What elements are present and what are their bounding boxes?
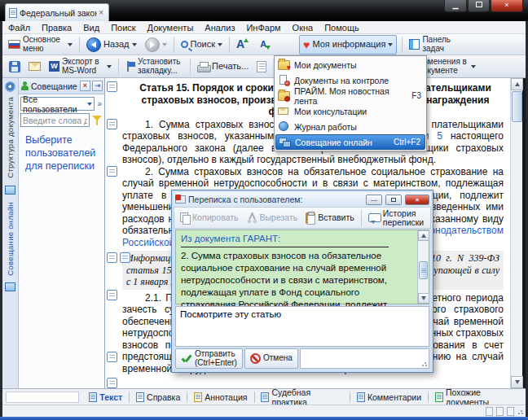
paragraph-marker-icon[interactable] xyxy=(107,290,117,300)
status-page-icon[interactable] xyxy=(507,407,514,416)
scroll-up-button[interactable] xyxy=(511,78,523,90)
history-button[interactable]: История переписки xyxy=(364,208,429,227)
tab-text[interactable]: Текст xyxy=(84,390,127,405)
menu-help[interactable]: Помощь xyxy=(319,23,365,33)
menu-edit[interactable]: Правка xyxy=(36,23,77,33)
menu-item-shortcut: F3 xyxy=(411,91,421,100)
save-button[interactable] xyxy=(5,57,24,77)
scissors-icon xyxy=(247,212,257,223)
resize-grip[interactable] xyxy=(517,409,524,415)
main-menu-button[interactable]: Основное меню xyxy=(4,35,77,55)
menu-item-label: Журнал работы xyxy=(294,122,357,132)
resize-grip[interactable] xyxy=(421,361,428,367)
tab-reference[interactable]: Справка xyxy=(131,390,185,405)
search-button[interactable]: Поиск xyxy=(177,35,227,55)
bookmark-flag-icon xyxy=(125,61,135,72)
paragraph-marker-icon[interactable] xyxy=(107,81,117,92)
menu-item-prime-news[interactable]: ПРАЙМ. Моя новостная лента F3 xyxy=(275,88,425,103)
quote-scrollbar[interactable] xyxy=(417,230,429,304)
sidebar-tab-structure[interactable]: Структура документа xyxy=(6,97,15,178)
document-tab[interactable]: Федеральный закон от... × xyxy=(5,3,109,21)
message-input-extension[interactable] xyxy=(300,348,429,369)
meeting-monitor-icon xyxy=(5,282,15,291)
dialog-maximize-button[interactable] xyxy=(385,195,402,205)
task-panel-label: Панель задач xyxy=(422,36,455,53)
dialog-close-button[interactable]: × xyxy=(405,195,429,205)
scroll-down-button[interactable] xyxy=(418,293,429,304)
sidebar-tab-meeting[interactable]: Совещание онлайн xyxy=(6,202,15,276)
paste-button[interactable]: Вставить xyxy=(301,212,359,225)
menu-view[interactable]: Вид xyxy=(77,23,105,33)
back-button[interactable]: Назад xyxy=(82,35,141,55)
cancel-button[interactable]: Отмена xyxy=(244,348,298,369)
panel-close-button[interactable]: × xyxy=(80,81,90,91)
statusbar xyxy=(2,405,526,417)
menu-item-work-journal[interactable]: Журнал работы xyxy=(275,119,425,134)
window-maximize-button[interactable] xyxy=(468,0,490,12)
menu-inpharm[interactable]: ИнФарм xyxy=(240,23,286,33)
menu-item-label: Документы на контроле xyxy=(294,76,389,85)
copy-button[interactable]: Копировать xyxy=(176,212,243,224)
menu-file[interactable]: Файл xyxy=(2,23,36,33)
task-panel-button[interactable]: Панель задач xyxy=(405,35,459,55)
window-close-button[interactable]: × xyxy=(491,0,523,12)
cut-button[interactable]: Вырезать xyxy=(243,212,302,224)
menu-item-my-consultations[interactable]: Мои консультации xyxy=(275,103,425,119)
tab-court-practice[interactable]: Судебная практика xyxy=(256,390,348,405)
prime-news-icon xyxy=(278,90,290,101)
send-button[interactable]: Отправить(Ctrl+Enter) xyxy=(175,348,243,369)
scrollbar-thumb[interactable] xyxy=(419,261,428,279)
status-page-icon[interactable] xyxy=(496,407,504,416)
menu-windows[interactable]: Окна xyxy=(287,23,319,33)
tab-similar-documents[interactable]: Похожие документы xyxy=(430,390,526,405)
paragraph-marker-icon[interactable] xyxy=(107,352,117,362)
user-filter-select[interactable]: Все пользователи xyxy=(20,97,95,111)
documents-on-control-icon xyxy=(278,75,290,85)
paragraph-marker-icon[interactable] xyxy=(107,378,117,388)
chevron-down-icon xyxy=(87,103,92,106)
user-search-input[interactable] xyxy=(20,113,90,127)
dialog-titlebar[interactable]: Переписка с пользователем: — × xyxy=(174,192,431,207)
menu-search[interactable]: Поиск xyxy=(105,23,141,33)
paragraph-marker-icon[interactable] xyxy=(107,166,117,177)
document-scrollbar[interactable] xyxy=(510,78,522,388)
menu-item-meeting-online[interactable]: Совещание онлайн Ctrl+F2 xyxy=(275,134,425,150)
filter-funnel-icon[interactable] xyxy=(91,115,103,125)
menu-analysis[interactable]: Анализ xyxy=(199,23,240,33)
font-decrease-button[interactable]: A xyxy=(256,35,278,55)
tab-comments[interactable]: Комментарии xyxy=(352,390,426,405)
font-increase-button[interactable]: A xyxy=(232,35,256,55)
panel-dock-button[interactable]: ⇥ xyxy=(92,81,103,91)
expand-chevrons-button[interactable]: » xyxy=(96,99,103,108)
tab-close-icon[interactable]: × xyxy=(97,8,105,17)
menu-documents[interactable]: Документы xyxy=(142,23,200,33)
comment-marker-icon[interactable] xyxy=(120,252,130,263)
forward-button[interactable] xyxy=(141,35,171,55)
dialog-minimize-button[interactable]: — xyxy=(366,195,382,205)
export-word-button[interactable]: W Экспорт в MS-Word xyxy=(45,57,116,77)
scrollbar-thumb[interactable] xyxy=(512,91,522,122)
window-minimize-button[interactable]: ▁ xyxy=(444,0,467,12)
tab-label: Похожие документы xyxy=(446,387,521,407)
scroll-up-button[interactable] xyxy=(418,230,429,241)
arrow-down-icon xyxy=(421,296,426,300)
send-mail-button[interactable] xyxy=(24,57,45,77)
print-preview-button[interactable] xyxy=(253,57,271,77)
my-information-button[interactable]: ♥ Моя информация xyxy=(299,35,397,55)
set-bookmark-button[interactable]: Установить закладку... xyxy=(121,57,187,77)
status-page-icon[interactable] xyxy=(486,407,493,416)
print-button[interactable]: Печать... xyxy=(193,57,253,77)
arrow-up-icon xyxy=(244,38,249,42)
message-input[interactable]: Посмотрите эту статью xyxy=(175,306,429,347)
chat-mail-icon xyxy=(175,195,186,203)
save-icon xyxy=(9,61,20,72)
view-tabbar: Текст Справка Аннотация Судебная практик… xyxy=(2,388,526,405)
paragraph-marker-icon[interactable] xyxy=(107,252,117,263)
menu-item-my-documents[interactable]: ♥ Мои документы xyxy=(275,57,425,72)
tab-annotation[interactable]: Аннотация xyxy=(189,390,252,405)
gear-icon[interactable] xyxy=(5,81,15,92)
quote-source-link[interactable]: Из документа ГАРАНТ: xyxy=(181,233,414,245)
quoted-text-area: Из документа ГАРАНТ: 2. Сумма страховых … xyxy=(175,230,429,304)
arrow-up-icon xyxy=(421,234,426,238)
paragraph-marker-icon[interactable] xyxy=(107,119,117,129)
